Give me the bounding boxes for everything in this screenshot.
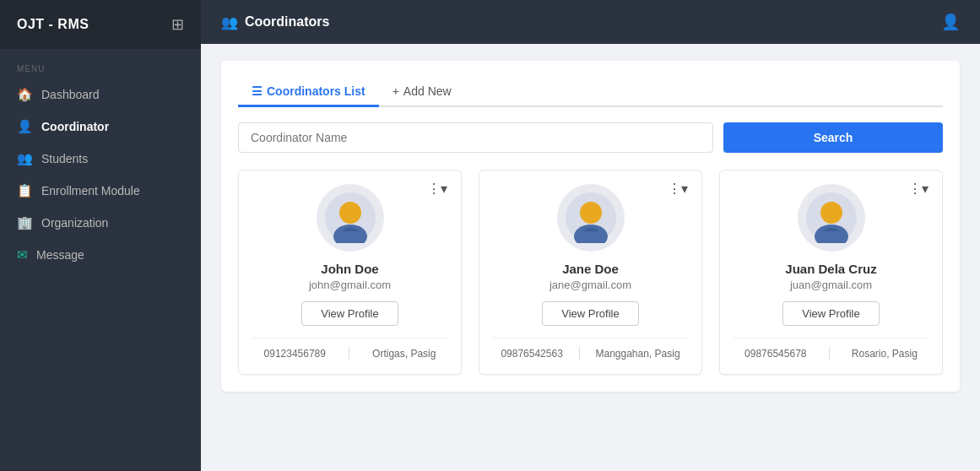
svg-point-5 [580,202,602,224]
search-row: Search [238,122,943,153]
sidebar-item-message[interactable]: ✉ Message [0,239,201,271]
content-area: ☰ Coordinators List + Add New Search ⋮▾ [201,44,980,471]
avatar-1 [317,184,384,252]
sidebar-item-organization[interactable]: 🏢 Organization [0,207,201,239]
footer-divider-3 [829,347,830,360]
sidebar-item-label-students: Students [41,152,88,165]
coord-location-3: Rosario, Pasig [852,348,918,360]
view-profile-button-3[interactable]: View Profile [782,301,879,326]
grid-icon: ⊞ [171,15,184,34]
topbar-user-icon[interactable]: 👤 [941,13,960,31]
topbar-title-text: Coordinators [245,14,329,30]
sidebar-item-label-dashboard: Dashboard [41,88,100,101]
content-card: ☰ Coordinators List + Add New Search ⋮▾ [221,61,960,392]
card-menu-button-2[interactable]: ⋮▾ [663,179,693,198]
card-footer-3: 09876545678 Rosario, Pasig [734,338,929,360]
coord-email-3: juan@gmail.com [790,279,872,291]
sidebar: OJT - RMS ⊞ MENU 🏠 Dashboard 👤 Coordinat… [0,0,201,471]
enrollment-icon: 📋 [17,183,33,198]
main-content: 👥 Coordinators 👤 ☰ Coordinators List + A… [201,0,980,471]
card-footer-2: 09876542563 Manggahan, Pasig [493,338,688,360]
coord-name-3: Juan Dela Cruz [785,262,876,276]
avatar-2 [557,184,625,252]
message-icon: ✉ [17,247,28,263]
plus-icon: + [393,84,399,98]
sidebar-nav: 🏠 Dashboard 👤 Coordinator 👥 Students 📋 E… [0,78,201,271]
sidebar-item-label-message: Message [36,248,84,262]
card-menu-button-1[interactable]: ⋮▾ [422,179,452,198]
card-footer-1: 09123456789 Ortigas, Pasig [252,338,447,360]
sidebar-item-label-organization: Organization [41,216,108,230]
coord-location-2: Manggahan, Pasig [595,348,680,360]
view-profile-button-2[interactable]: View Profile [542,301,638,326]
tabs-bar: ☰ Coordinators List + Add New [238,78,943,107]
footer-divider-1 [349,347,349,360]
svg-point-8 [820,202,842,224]
organization-icon: 🏢 [17,215,33,230]
footer-divider-2 [579,347,580,360]
tab-list-label: Coordinators List [267,84,365,98]
coord-location-1: Ortigas, Pasig [372,348,436,360]
view-profile-button-1[interactable]: View Profile [301,301,398,326]
tab-coordinators-list[interactable]: ☰ Coordinators List [238,78,379,107]
svg-point-2 [339,202,361,224]
coord-phone-2: 09876542563 [501,348,562,360]
students-icon: 👥 [17,151,33,166]
topbar: 👥 Coordinators 👤 [201,0,980,44]
avatar-3 [798,184,865,252]
menu-label: MENU [0,49,201,78]
coord-email-2: jane@gmail.com [550,279,631,291]
sidebar-header: OJT - RMS ⊞ [0,0,201,49]
card-menu-button-3[interactable]: ⋮▾ [903,179,934,198]
coord-name-2: Jane Doe [562,262,619,276]
coord-name-1: John Doe [321,262,378,276]
coordinator-card-1: ⋮▾ John Doe john@gmail.com [238,170,462,375]
coordinator-card-3: ⋮▾ Juan Dela Cruz juan@gmail.com View Pr… [719,170,943,375]
sidebar-item-label-enrollment: Enrollment Module [41,184,140,198]
coord-phone-1: 09123456789 [264,348,326,360]
coord-email-1: john@gmail.com [309,279,391,291]
sidebar-item-enrollment[interactable]: 📋 Enrollment Module [0,175,201,207]
sidebar-item-students[interactable]: 👥 Students [0,143,201,175]
home-icon: 🏠 [17,87,33,102]
tab-add-label: Add New [403,84,452,98]
search-button[interactable]: Search [723,122,943,153]
coord-phone-3: 09876545678 [744,348,806,360]
sidebar-item-coordinator[interactable]: 👤 Coordinator [0,111,201,143]
sidebar-item-dashboard[interactable]: 🏠 Dashboard [0,78,201,111]
sidebar-item-label-coordinator: Coordinator [41,120,109,133]
coordinators-grid: ⋮▾ John Doe john@gmail.com [238,170,943,375]
coordinator-icon: 👤 [17,119,33,134]
topbar-people-icon: 👥 [221,14,238,30]
topbar-title: 👥 Coordinators [221,14,329,30]
search-input[interactable] [238,122,713,153]
coordinator-card-2: ⋮▾ Jane Doe jane@gmail.com View Profile [479,170,702,375]
list-icon: ☰ [252,84,263,98]
app-title: OJT - RMS [17,17,89,32]
tab-add-new[interactable]: + Add New [379,78,465,107]
